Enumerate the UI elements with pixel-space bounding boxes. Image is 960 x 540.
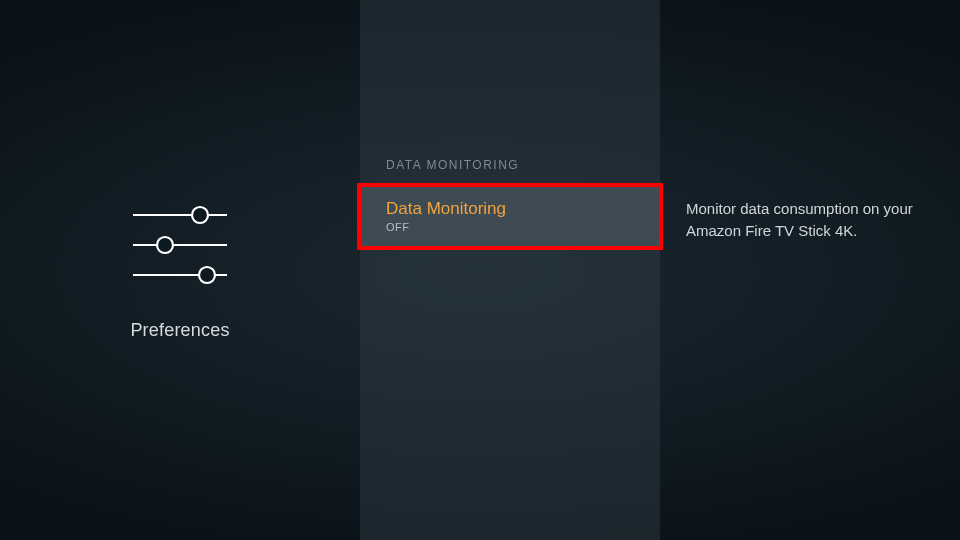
data-monitoring-item[interactable]: Data Monitoring OFF bbox=[360, 186, 660, 247]
left-panel-label: Preferences bbox=[130, 320, 229, 341]
sliders-icon bbox=[125, 200, 235, 290]
item-title: Data Monitoring bbox=[386, 199, 634, 219]
settings-list: DATA MONITORING Data Monitoring OFF bbox=[360, 0, 660, 540]
item-state: OFF bbox=[386, 221, 634, 233]
description-panel: Monitor data consumption on your Amazon … bbox=[660, 0, 960, 540]
svg-point-3 bbox=[157, 237, 173, 253]
item-description: Monitor data consumption on your Amazon … bbox=[686, 198, 916, 242]
left-panel: Preferences bbox=[0, 0, 360, 540]
svg-point-1 bbox=[192, 207, 208, 223]
section-header: DATA MONITORING bbox=[360, 158, 660, 186]
svg-point-5 bbox=[199, 267, 215, 283]
